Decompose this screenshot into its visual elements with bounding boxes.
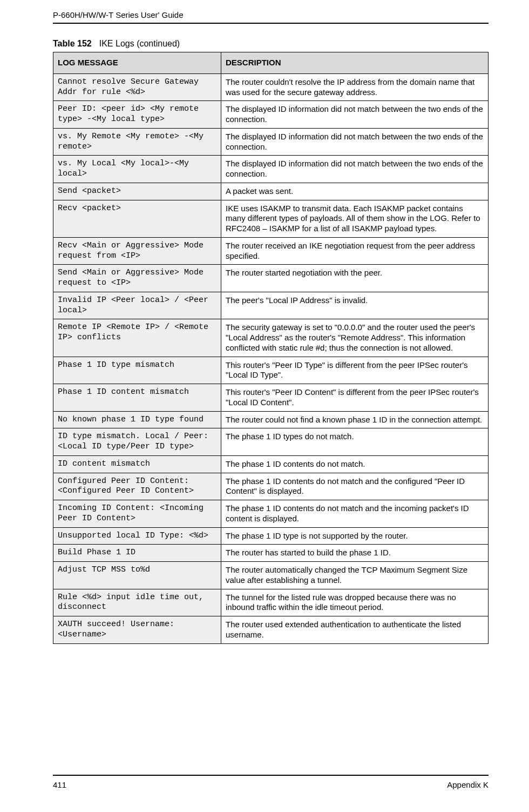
log-message-cell: Send <packet>	[53, 183, 221, 200]
col-header-description: DESCRIPTION	[221, 52, 489, 74]
log-message-cell: Adjust TCP MSS to%d	[53, 562, 221, 589]
description-cell: The phase 1 ID contents do not match and…	[221, 500, 489, 528]
table-row: ID content mismatchThe phase 1 ID conten…	[53, 455, 489, 473]
description-cell: The router couldn't resolve the IP addre…	[221, 73, 489, 101]
table-row: vs. My Remote <My remote> -<My remote>Th…	[53, 128, 489, 156]
table-row: Recv <Main or Aggressive> Mode request f…	[53, 237, 489, 265]
description-cell: The displayed ID information did not mat…	[221, 128, 489, 156]
log-message-cell: Peer ID: <peer id> <My remote type> -<My…	[53, 101, 221, 129]
description-cell: The phase 1 ID contents do not match.	[221, 455, 489, 473]
page-footer: 411 Appendix K	[53, 775, 489, 789]
appendix-label: Appendix K	[447, 780, 489, 789]
log-message-cell: Unsupported local ID Type: <%d>	[53, 527, 221, 545]
document-page: P-660H/HW/W-T Series User' Guide Table 1…	[0, 0, 529, 812]
description-cell: A packet was sent.	[221, 183, 489, 200]
table-row: Peer ID: <peer id> <My remote type> -<My…	[53, 101, 489, 129]
description-cell: The phase 1 ID type is not supported by …	[221, 527, 489, 545]
table-row: Build Phase 1 IDThe router has started t…	[53, 545, 489, 562]
log-message-cell: Build Phase 1 ID	[53, 545, 221, 562]
log-message-cell: Incoming ID Content: <Incoming Peer ID C…	[53, 500, 221, 528]
table-row: Recv <packet>IKE uses ISAKMP to transmit…	[53, 200, 489, 237]
table-row: ID type mismatch. Local / Peer: <Local I…	[53, 428, 489, 456]
log-message-cell: Rule <%d> input idle time out, disconnec…	[53, 589, 221, 616]
table-row: Send <packet>A packet was sent.	[53, 183, 489, 200]
log-message-cell: Send <Main or Aggressive> Mode request t…	[53, 265, 221, 292]
log-message-cell: Configured Peer ID Content: <Configured …	[53, 473, 221, 500]
description-cell: The router could not find a known phase …	[221, 411, 489, 428]
log-message-cell: vs. My Remote <My remote> -<My remote>	[53, 128, 221, 156]
table-row: vs. My Local <My local>-<My local>The di…	[53, 156, 489, 183]
table-row: No known phase 1 ID type foundThe router…	[53, 411, 489, 428]
table-row: Rule <%d> input idle time out, disconnec…	[53, 589, 489, 616]
table-row: Configured Peer ID Content: <Configured …	[53, 473, 489, 500]
description-cell: The router automatically changed the TCP…	[221, 562, 489, 589]
log-message-cell: Phase 1 ID content mismatch	[53, 384, 221, 412]
description-cell: The tunnel for the listed rule was dropp…	[221, 589, 489, 616]
description-cell: The router received an IKE negotiation r…	[221, 237, 489, 265]
log-message-cell: XAUTH succeed! Username: <Username>	[53, 616, 221, 644]
description-cell: IKE uses ISAKMP to transmit data. Each I…	[221, 200, 489, 237]
log-message-cell: ID content mismatch	[53, 455, 221, 473]
page-number: 411	[53, 780, 66, 789]
description-cell: The phase 1 ID types do not match.	[221, 428, 489, 456]
description-cell: The router used extended authentication …	[221, 616, 489, 644]
table-row: Send <Main or Aggressive> Mode request t…	[53, 265, 489, 292]
description-cell: The router started negotiation with the …	[221, 265, 489, 292]
ike-logs-table: LOG MESSAGE DESCRIPTION Cannot resolve S…	[53, 52, 489, 644]
log-message-cell: Recv <packet>	[53, 200, 221, 237]
table-row: Unsupported local ID Type: <%d>The phase…	[53, 527, 489, 545]
description-cell: This router's "Peer ID Content" is diffe…	[221, 384, 489, 412]
table-row: XAUTH succeed! Username: <Username>The r…	[53, 616, 489, 644]
log-message-cell: No known phase 1 ID type found	[53, 411, 221, 428]
table-row: Cannot resolve Secure Gateway Addr for r…	[53, 73, 489, 101]
table-row: Adjust TCP MSS to%dThe router automatica…	[53, 562, 489, 589]
description-cell: This router's "Peer ID Type" is differen…	[221, 357, 489, 384]
description-cell: The displayed ID information did not mat…	[221, 101, 489, 129]
col-header-log-message: LOG MESSAGE	[53, 52, 221, 74]
doc-header: P-660H/HW/W-T Series User' Guide	[53, 10, 489, 24]
table-row: Invalid IP <Peer local> / <Peer local>Th…	[53, 292, 489, 319]
table-row: Phase 1 ID content mismatchThis router's…	[53, 384, 489, 412]
log-message-cell: Remote IP <Remote IP> / <Remote IP> conf…	[53, 319, 221, 357]
log-message-cell: Cannot resolve Secure Gateway Addr for r…	[53, 73, 221, 101]
description-cell: The displayed ID information did not mat…	[221, 156, 489, 183]
description-cell: The security gateway is set to "0.0.0.0"…	[221, 319, 489, 357]
table-caption: Table 152IKE Logs (continued)	[53, 39, 489, 49]
table-row: Remote IP <Remote IP> / <Remote IP> conf…	[53, 319, 489, 357]
description-cell: The phase 1 ID contents do not match and…	[221, 473, 489, 500]
table-row: Phase 1 ID type mismatchThis router's "P…	[53, 357, 489, 384]
description-cell: The router has started to build the phas…	[221, 545, 489, 562]
table-header-row: LOG MESSAGE DESCRIPTION	[53, 52, 489, 74]
description-cell: The peer's "Local IP Address" is invalid…	[221, 292, 489, 319]
log-message-cell: ID type mismatch. Local / Peer: <Local I…	[53, 428, 221, 456]
log-message-cell: Invalid IP <Peer local> / <Peer local>	[53, 292, 221, 319]
log-message-cell: Recv <Main or Aggressive> Mode request f…	[53, 237, 221, 265]
table-caption-title: Table 152	[53, 39, 92, 48]
log-message-cell: vs. My Local <My local>-<My local>	[53, 156, 221, 183]
table-row: Incoming ID Content: <Incoming Peer ID C…	[53, 500, 489, 528]
table-caption-text: IKE Logs (continued)	[99, 39, 180, 48]
log-message-cell: Phase 1 ID type mismatch	[53, 357, 221, 384]
